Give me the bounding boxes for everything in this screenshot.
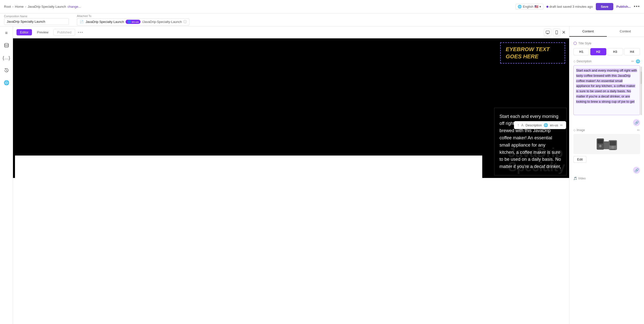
h1-button[interactable]: H1 bbox=[573, 48, 589, 55]
last-saved: last saved 3 minutes ago bbox=[557, 5, 593, 8]
eyebrow-text: EYEBROW TEXT GOES HERE bbox=[506, 46, 550, 60]
attached-page-name: JavaDrip Specialty Launch bbox=[86, 20, 124, 24]
editor-tab[interactable]: Editor bbox=[16, 29, 32, 35]
breadcrumb-root: Root bbox=[4, 5, 11, 8]
tab-context[interactable]: Context bbox=[607, 26, 644, 37]
title-style-label: Title Style bbox=[578, 42, 591, 45]
svg-rect-5 bbox=[598, 140, 603, 144]
svg-point-3 bbox=[556, 33, 557, 34]
preview-tab[interactable]: Preview bbox=[34, 29, 52, 35]
globe-icon: 🌐 bbox=[518, 5, 522, 8]
sidebar-menu-icon[interactable]: ≡ bbox=[2, 29, 10, 37]
desc-popup-label: Description bbox=[526, 123, 542, 127]
chevron-down-icon: ▾ bbox=[540, 5, 541, 8]
desc-globe-icon[interactable]: 🌐 bbox=[636, 59, 640, 63]
desc-label: ◇ Description bbox=[573, 60, 592, 63]
video-label-text: Video bbox=[578, 177, 586, 180]
font-icon: A bbox=[521, 123, 524, 127]
image-section-header: ◇ Image ✏ bbox=[573, 128, 640, 132]
image-label-text: Image bbox=[576, 128, 585, 132]
video-section: 🎵 Video bbox=[573, 177, 640, 180]
svg-point-6 bbox=[599, 145, 602, 147]
desc-edit-icon[interactable]: ✏ bbox=[631, 59, 634, 63]
desc-link-button[interactable]: 🔗 bbox=[633, 119, 640, 126]
eyebrow-text-box[interactable]: EYEBROW TEXT GOES HERE bbox=[500, 42, 565, 64]
draft-label: draft bbox=[550, 5, 556, 8]
more-options-button[interactable]: ••• bbox=[634, 4, 640, 9]
canvas: EYEBROW TEXT GOES HERE JavaDrip Specialt… bbox=[13, 38, 569, 324]
language-label: English bbox=[523, 5, 534, 8]
publish-button[interactable]: Publish... bbox=[616, 5, 631, 8]
composition-name-row: Composition Name Attached To 📄 JavaDrip … bbox=[0, 13, 644, 26]
breadcrumb: Root › Home › JavaDrip Specialty Launch … bbox=[4, 5, 81, 8]
image-diamond-icon: ◇ bbox=[573, 128, 576, 132]
globe-popup-icon: 🌐 bbox=[544, 123, 548, 127]
description-popup: ↑ A Description 🌐 en-us ✏ bbox=[514, 121, 566, 129]
svg-point-10 bbox=[611, 146, 614, 149]
title-style-icon: ⬡ bbox=[573, 41, 577, 46]
h3-button[interactable]: H3 bbox=[607, 48, 623, 55]
desc-panel-text: Start each and every morning off right w… bbox=[576, 68, 637, 104]
desktop-view-button[interactable] bbox=[544, 29, 552, 36]
desc-section-header: ◇ Description ✏ 🌐 bbox=[573, 59, 640, 63]
description-label-text: Description bbox=[576, 60, 592, 63]
title-style-section: ⬡ Title Style bbox=[573, 41, 640, 46]
coffee-machine-svg bbox=[596, 137, 618, 152]
top-bar: Root › Home › JavaDrip Specialty Launch … bbox=[0, 0, 644, 13]
image-section: ◇ Image ✏ bbox=[573, 128, 640, 163]
path-text: /JavaDrip-Specialty-Launch bbox=[142, 20, 182, 24]
sep2: › bbox=[25, 5, 26, 8]
composition-name-input[interactable] bbox=[4, 18, 69, 25]
mobile-view-button[interactable] bbox=[553, 29, 560, 36]
sidebar-icons: ≡ {…} 🌐 bbox=[0, 26, 13, 324]
desc-icons: ✏ 🌐 bbox=[631, 59, 640, 63]
locale-badge[interactable]: 🌐 en-us bbox=[126, 20, 141, 24]
diamond-icon: ◇ bbox=[573, 60, 576, 63]
page-hero: EYEBROW TEXT GOES HERE JavaDrip Specialt… bbox=[13, 38, 569, 178]
image-preview bbox=[573, 134, 640, 154]
description-text-area[interactable]: Start each and every morning off right w… bbox=[573, 65, 640, 115]
image-label: ◇ Image bbox=[573, 128, 585, 132]
info-icon: ⓘ bbox=[183, 20, 187, 24]
tab-content[interactable]: Content bbox=[569, 26, 607, 37]
sidebar-history-icon[interactable] bbox=[2, 66, 10, 74]
attached-to-section: Attached To 📄 JavaDrip Specialty Launch … bbox=[77, 14, 190, 25]
image-edit-button[interactable]: Edit bbox=[573, 156, 586, 163]
arrow-up-icon: ↑ bbox=[517, 123, 519, 127]
breadcrumb-home[interactable]: Home bbox=[15, 5, 24, 8]
image-edit-icon[interactable]: ✏ bbox=[637, 128, 640, 132]
edit-pencil-icon[interactable]: ✏ bbox=[560, 123, 563, 127]
breadcrumb-page: JavaDrip Specialty Launch bbox=[28, 5, 66, 8]
composition-name-label: Composition Name bbox=[4, 15, 69, 18]
video-label: 🎵 Video bbox=[573, 177, 640, 180]
white-section bbox=[15, 156, 482, 178]
right-panel: Content Context ⬡ Title Style H1 H2 H3 H… bbox=[569, 26, 644, 324]
sidebar-globe-icon[interactable]: 🌐 bbox=[2, 79, 10, 87]
description-section: ◇ Description ✏ 🌐 Start each and every m… bbox=[573, 59, 640, 115]
attached-to-pill: 📄 JavaDrip Specialty Launch 🌐 en-us /Jav… bbox=[77, 18, 190, 25]
globe-small-icon: 🌐 bbox=[128, 20, 131, 23]
published-tab[interactable]: Published bbox=[54, 29, 75, 36]
h2-button[interactable]: H2 bbox=[590, 48, 606, 55]
save-button[interactable]: Save bbox=[596, 3, 613, 10]
desc-highlighted-text: Start each and every morning off right w… bbox=[576, 69, 637, 103]
h4-button[interactable]: H4 bbox=[624, 48, 640, 55]
canvas-container: Editor Preview Published ••• ✕ EYEBROW T… bbox=[13, 26, 569, 324]
sidebar-code-icon[interactable]: {…} bbox=[2, 54, 10, 62]
language-selector[interactable]: 🌐 English 🇺🇸 ▾ bbox=[516, 4, 544, 9]
composition-name-section: Composition Name bbox=[4, 15, 69, 25]
draft-status: draft last saved 3 minutes ago bbox=[546, 5, 593, 8]
image-link-button[interactable]: 🔗 bbox=[633, 167, 640, 174]
close-editor-button[interactable]: ✕ bbox=[562, 30, 566, 35]
svg-rect-9 bbox=[610, 141, 616, 146]
editor-toolbar: Editor Preview Published ••• ✕ bbox=[13, 26, 569, 38]
sidebar-database-icon[interactable] bbox=[2, 41, 10, 49]
svg-point-0 bbox=[4, 43, 8, 45]
flag-icon: 🇺🇸 bbox=[534, 5, 538, 8]
breadcrumb-change[interactable]: change... bbox=[68, 5, 81, 8]
toolbar-more-button[interactable]: ••• bbox=[78, 30, 83, 35]
svg-rect-1 bbox=[546, 31, 550, 33]
svg-rect-7 bbox=[604, 142, 609, 149]
description-text-box: Start each and every morning off right w… bbox=[494, 108, 566, 175]
video-icon: 🎵 bbox=[573, 177, 577, 180]
